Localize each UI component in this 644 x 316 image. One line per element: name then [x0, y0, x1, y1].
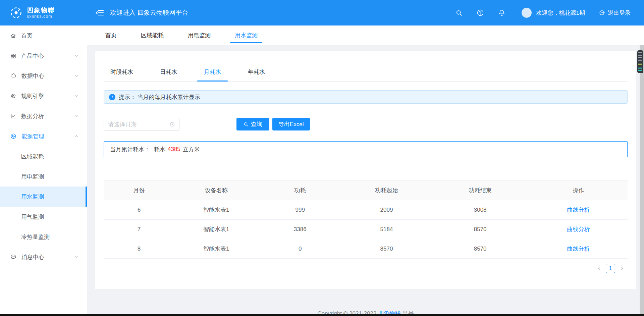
home-icon	[10, 33, 16, 39]
pagination-prev-icon[interactable]	[597, 266, 601, 271]
sidebar-item-energy-management[interactable]: 能源管理	[0, 126, 87, 146]
rule-engine-icon	[10, 93, 16, 99]
logo: 四象物聯 sxlinks.com	[0, 6, 87, 19]
column-header-end: 功耗结束	[431, 181, 529, 200]
sidebar: 首页 产品中心 数据中心	[0, 25, 87, 314]
nav-tab-label: 用水监测	[235, 32, 258, 39]
sidebar-item-label: 首页	[21, 32, 79, 40]
cell-device: 智能水表1	[174, 220, 258, 239]
brand-logo-icon	[9, 6, 23, 19]
cell-month: 6	[104, 200, 174, 220]
chevron-down-icon	[74, 114, 79, 118]
page-title: 欢迎进入 四象云物联网平台	[110, 8, 188, 17]
filter-controls: 请选择日期 查询 导出Excel	[104, 118, 628, 130]
summary-metric: 耗水	[154, 146, 165, 153]
sidebar-item-home[interactable]: 首页	[0, 25, 87, 46]
sidebar-subitem-label: 用水监测	[21, 193, 44, 201]
sidebar-item-label: 能源管理	[21, 133, 74, 140]
brand-domain: sxlinks.com	[27, 14, 55, 19]
tab-daily-consumption[interactable]: 日耗水	[153, 68, 184, 81]
table-row: 6 智能水表1 999 2009 3008 曲线分析	[104, 200, 628, 220]
cell-month: 7	[104, 220, 174, 239]
nav-tab-electricity[interactable]: 用电监测	[182, 25, 216, 45]
tab-label: 时段耗水	[110, 69, 133, 75]
cell-consumption: 0	[258, 239, 342, 259]
top-nav-tabs: 首页 区域能耗 用电监测 用水监测	[87, 25, 644, 45]
curve-analysis-link[interactable]: 曲线分析	[567, 246, 590, 252]
clock-icon	[169, 121, 175, 127]
pagination-page-1[interactable]: 1	[606, 264, 615, 273]
logout-button[interactable]: 退出登录	[598, 9, 631, 17]
column-header-device: 设备名称	[174, 181, 258, 200]
sidebar-item-products[interactable]: 产品中心	[0, 46, 87, 66]
cloud-icon	[10, 72, 17, 79]
sidebar-item-rule-engine[interactable]: 规则引擎	[0, 86, 87, 106]
cell-start: 8570	[342, 239, 431, 259]
nav-tab-water[interactable]: 用水监测	[229, 25, 263, 45]
nav-tab-label: 首页	[105, 32, 117, 39]
tab-label: 年耗水	[248, 69, 265, 75]
sidebar-subitem-electricity[interactable]: 用电监测	[0, 166, 87, 187]
search-icon	[244, 122, 249, 127]
sidebar-item-message-center[interactable]: 消息中心	[0, 247, 87, 267]
scrollbar-track[interactable]	[640, 45, 644, 314]
tab-yearly-consumption[interactable]: 年耗水	[241, 68, 272, 81]
tab-monthly-consumption[interactable]: 月耗水	[197, 68, 228, 81]
tab-label: 月耗水	[204, 69, 221, 75]
cell-end: 8570	[431, 220, 529, 239]
chevron-down-icon	[74, 73, 79, 78]
nav-tab-area-energy[interactable]: 区域能耗	[136, 25, 169, 45]
cell-device: 智能水表1	[174, 239, 258, 259]
query-button-label: 查询	[251, 120, 262, 128]
query-button[interactable]: 查询	[236, 118, 269, 130]
product-icon	[10, 53, 16, 59]
tab-period-consumption[interactable]: 时段耗水	[104, 68, 140, 81]
user-avatar[interactable]	[522, 8, 532, 18]
search-icon[interactable]	[455, 9, 463, 16]
sidebar-item-data-center[interactable]: 数据中心	[0, 66, 87, 86]
sidebar-item-label: 规则引擎	[21, 92, 74, 100]
scrollbar-thumb[interactable]	[637, 50, 643, 73]
column-header-consumption: 功耗	[258, 181, 342, 200]
app-window: 四象物聯 sxlinks.com 欢迎进入 四象云物联网平台	[0, 0, 644, 316]
date-picker-input[interactable]: 请选择日期	[104, 118, 179, 130]
alert-text: 提示： 当月的每月耗水累计显示	[119, 93, 200, 101]
window-bottom-edge	[0, 314, 644, 316]
cell-month: 8	[104, 239, 174, 259]
curve-analysis-link[interactable]: 曲线分析	[567, 226, 590, 232]
sidebar-collapse-icon[interactable]	[95, 9, 104, 17]
pagination-next-icon[interactable]	[620, 266, 624, 271]
summary-value: 4385	[168, 146, 180, 153]
water-monitoring-card: 时段耗水 日耗水 月耗水 年耗水 i 提示： 当月的每月耗水累计显示 请选择日期	[95, 51, 636, 289]
sidebar-subitem-area-energy[interactable]: 区域能耗	[0, 146, 87, 166]
curve-analysis-link[interactable]: 曲线分析	[567, 207, 590, 213]
sidebar-subitem-water[interactable]: 用水监测	[0, 187, 87, 207]
energy-icon	[10, 133, 17, 140]
sidebar-item-data-analysis[interactable]: 数据分析	[0, 106, 87, 126]
scroll-marker-gray	[638, 52, 642, 62]
main-content: 时段耗水 日耗水 月耗水 年耗水 i 提示： 当月的每月耗水累计显示 请选择日期	[87, 45, 644, 316]
logout-icon	[598, 9, 605, 16]
tab-label: 日耗水	[160, 69, 177, 75]
scroll-marker-yellow	[638, 63, 642, 66]
table-header-row: 月份 设备名称 功耗 功耗起始 功耗结束 操作	[104, 181, 628, 200]
cell-consumption: 999	[258, 200, 342, 220]
cell-consumption: 3386	[258, 220, 342, 239]
sidebar-item-label: 消息中心	[21, 253, 74, 261]
chevron-down-icon	[74, 94, 79, 98]
nav-tab-label: 用电监测	[188, 32, 211, 39]
brand-name: 四象物聯	[27, 7, 55, 14]
date-placeholder: 请选择日期	[108, 120, 137, 128]
scroll-marker-teal	[638, 67, 642, 71]
sidebar-subitem-gas[interactable]: 用气监测	[0, 207, 87, 227]
help-icon[interactable]	[477, 9, 484, 16]
header-actions: 欢迎您，桃花源1期 退出登录	[441, 8, 644, 18]
top-header: 四象物聯 sxlinks.com 欢迎进入 四象云物联网平台	[0, 0, 644, 25]
sidebar-subitem-heating-cooling[interactable]: 冷热量监测	[0, 227, 87, 247]
nav-tab-home[interactable]: 首页	[100, 25, 122, 45]
cell-start: 2009	[342, 200, 431, 220]
sidebar-subitem-label: 冷热量监测	[21, 233, 50, 241]
sidebar-item-label: 数据中心	[21, 72, 74, 80]
notifications-bell-icon[interactable]	[498, 9, 505, 16]
export-excel-button[interactable]: 导出Excel	[272, 118, 310, 130]
